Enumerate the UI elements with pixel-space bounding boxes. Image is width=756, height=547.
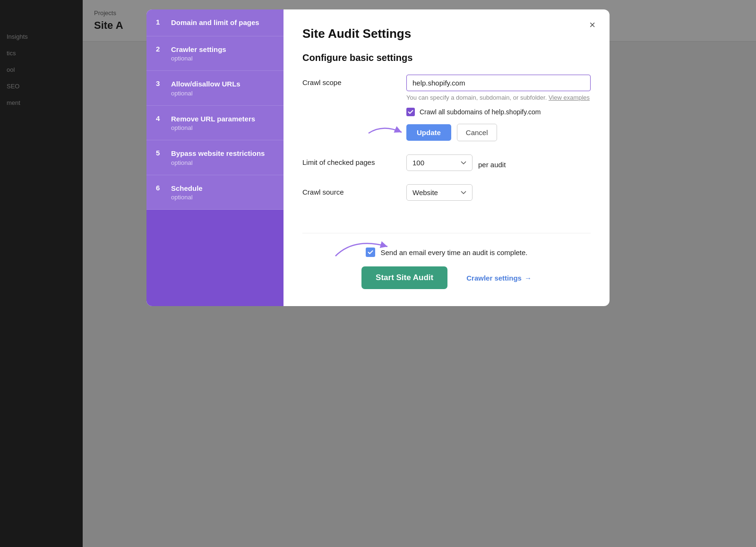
nav-label-4: Remove URL parameters <box>171 114 255 124</box>
modal-bottom: Send an email every time an audit is com… <box>302 233 591 289</box>
modal-main-content: Site Audit Settings Configure basic sett… <box>284 9 610 306</box>
crawl-scope-label: Crawl scope <box>302 75 397 86</box>
nav-text-4: Remove URL parameters optional <box>171 114 255 132</box>
modal-dialog: 1 Domain and limit of pages 2 Crawler se… <box>146 9 610 306</box>
nav-sublabel-4: optional <box>171 124 255 131</box>
nav-text-3: Allow/disallow URLs optional <box>171 79 241 97</box>
crawl-subdomains-checkbox[interactable] <box>406 108 415 116</box>
crawl-scope-input[interactable] <box>406 75 591 91</box>
crawl-scope-hint: You can specify a domain, subdomain, or … <box>406 94 591 101</box>
crawl-subdomains-row: Crawl all subdomains of help.shopify.com <box>406 108 591 116</box>
nav-item-schedule[interactable]: 6 Schedule optional <box>146 175 284 210</box>
nav-item-remove-url[interactable]: 4 Remove URL parameters optional <box>146 106 284 141</box>
nav-item-allow[interactable]: 3 Allow/disallow URLs optional <box>146 71 284 106</box>
section-title: Configure basic settings <box>302 52 591 63</box>
update-arrow-annotation <box>364 119 411 147</box>
nav-number-1: 1 <box>156 18 164 26</box>
limit-pages-row: Limit of checked pages 100 500 1000 5000… <box>302 154 591 171</box>
crawl-scope-row: Crawl scope You can specify a domain, su… <box>302 75 591 141</box>
crawl-source-select[interactable]: Website Sitemap File <box>406 184 472 201</box>
modal-nav: 1 Domain and limit of pages 2 Crawler se… <box>146 9 284 306</box>
start-site-audit-button[interactable]: Start Site Audit <box>361 266 447 289</box>
cancel-button[interactable]: Cancel <box>457 124 497 141</box>
nav-sublabel-3: optional <box>171 90 241 97</box>
modal-close-button[interactable]: × <box>585 18 599 32</box>
nav-text-5: Bypass website restrictions optional <box>171 149 265 166</box>
view-examples-link[interactable]: View examples <box>549 94 590 101</box>
nav-label-3: Allow/disallow URLs <box>171 79 241 89</box>
crawl-source-label: Crawl source <box>302 184 397 196</box>
nav-text-1: Domain and limit of pages <box>171 18 259 27</box>
bottom-actions: Start Site Audit Crawler settings → <box>302 266 591 289</box>
nav-number-5: 5 <box>156 149 164 157</box>
crawl-scope-field-group: You can specify a domain, subdomain, or … <box>406 75 591 141</box>
limit-pages-label: Limit of checked pages <box>302 154 397 166</box>
update-button[interactable]: Update <box>406 124 451 141</box>
email-label: Send an email every time an audit is com… <box>381 248 528 256</box>
start-audit-arrow-annotation <box>326 228 402 261</box>
nav-number-4: 4 <box>156 114 164 122</box>
nav-sublabel-5: optional <box>171 159 265 166</box>
nav-sublabel-6: optional <box>171 194 203 201</box>
crawl-source-row: Crawl source Website Sitemap File <box>302 184 591 201</box>
nav-text-6: Schedule optional <box>171 184 203 201</box>
crawl-subdomains-label: Crawl all subdomains of help.shopify.com <box>420 108 541 116</box>
modal-title: Site Audit Settings <box>302 26 591 41</box>
nav-number-2: 2 <box>156 45 164 53</box>
nav-number-6: 6 <box>156 184 164 192</box>
nav-label-2: Crawler settings <box>171 45 226 54</box>
update-cancel-row: Update Cancel <box>406 124 591 141</box>
nav-number-3: 3 <box>156 79 164 87</box>
nav-item-crawler[interactable]: 2 Crawler settings optional <box>146 36 284 71</box>
nav-label-5: Bypass website restrictions <box>171 149 265 158</box>
nav-item-bypass[interactable]: 5 Bypass website restrictions optional <box>146 140 284 175</box>
limit-pages-select[interactable]: 100 500 1000 5000 10000 <box>406 154 472 171</box>
nav-text-2: Crawler settings optional <box>171 45 226 62</box>
modal-overlay: 1 Domain and limit of pages 2 Crawler se… <box>0 0 756 547</box>
nav-item-domain[interactable]: 1 Domain and limit of pages <box>146 9 284 36</box>
arrow-right-icon: → <box>524 274 532 282</box>
crawler-settings-link[interactable]: Crawler settings → <box>466 274 532 282</box>
per-audit-text: per audit <box>478 157 506 169</box>
nav-label-6: Schedule <box>171 184 203 193</box>
limit-pages-field: 100 500 1000 5000 10000 per audit <box>406 154 506 171</box>
nav-label-1: Domain and limit of pages <box>171 18 259 27</box>
nav-sublabel-2: optional <box>171 55 226 62</box>
